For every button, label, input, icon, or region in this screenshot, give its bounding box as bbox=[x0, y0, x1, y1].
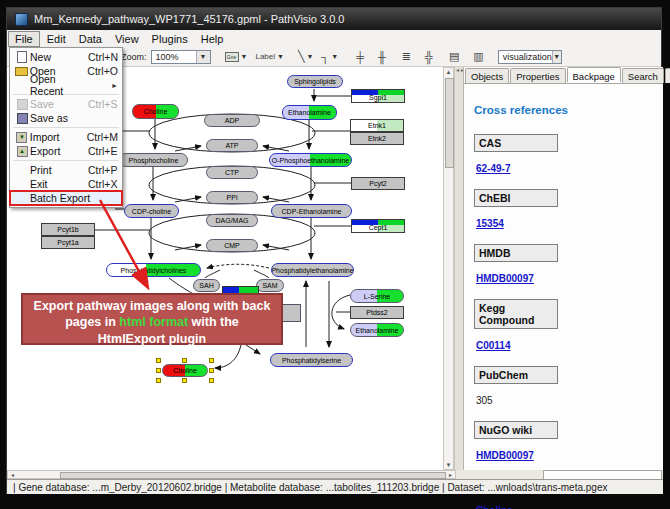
file-menu-new[interactable]: New Ctrl+N bbox=[10, 50, 122, 64]
selection-handle[interactable] bbox=[209, 358, 214, 363]
node-sah[interactable]: SAH bbox=[193, 279, 220, 292]
node-sam[interactable]: SAM bbox=[256, 279, 284, 292]
selection-handle[interactable] bbox=[156, 358, 161, 363]
node-cept1[interactable]: Cept1 bbox=[351, 219, 405, 233]
tab-search[interactable]: Search bbox=[622, 68, 664, 83]
menu-help[interactable]: Help bbox=[195, 32, 230, 46]
visualization-combobox[interactable]: visualization ▼ bbox=[498, 50, 562, 64]
scroll-left-icon[interactable]: ◄ bbox=[10, 472, 15, 478]
chevron-down-icon[interactable]: ▼ bbox=[552, 51, 561, 63]
align-middle-button[interactable]: ╫ bbox=[376, 50, 388, 64]
node-choline-top[interactable]: Choline bbox=[132, 104, 179, 119]
chevron-down-icon[interactable]: ▼ bbox=[277, 53, 284, 60]
node-ppi[interactable]: PPi bbox=[206, 191, 258, 204]
selection-handle[interactable] bbox=[209, 378, 214, 383]
add-datanode-button[interactable]: Gne ▼ bbox=[223, 51, 250, 63]
distribute-horizontal-button[interactable]: ≣ bbox=[400, 49, 413, 64]
save-as-icon bbox=[14, 113, 30, 124]
selection-handle[interactable] bbox=[182, 358, 187, 363]
line-tool-button[interactable]: ╲ ▼ bbox=[296, 49, 316, 64]
annotation-line2-pre: pages in bbox=[65, 315, 119, 329]
cas-link[interactable]: 62-49-7 bbox=[476, 163, 510, 174]
file-menu-import[interactable]: ▼ Import Ctrl+M bbox=[10, 130, 122, 144]
node-pcyt2[interactable]: Pcyt2 bbox=[351, 177, 405, 190]
node-pcyt1b[interactable]: Pcyt1b bbox=[41, 223, 95, 236]
connector-tool-button[interactable]: ┐ ▼ bbox=[320, 50, 341, 64]
tab-legend[interactable]: Legend bbox=[665, 68, 670, 83]
node-phosphatidylcholines[interactable]: Phosphatidylcholines bbox=[106, 263, 201, 277]
node-ctp[interactable]: CTP bbox=[206, 166, 258, 179]
wikipedia-link[interactable]: Choline bbox=[476, 505, 513, 509]
align-center-button[interactable]: ╪ bbox=[354, 50, 366, 64]
node-choline-bottom[interactable]: Choline bbox=[162, 364, 208, 377]
scroll-up-icon[interactable]: ▲ bbox=[444, 69, 453, 75]
node-etnk1[interactable]: Etnk1 bbox=[350, 119, 404, 132]
node-ethanolamine-bottom[interactable]: Ethanolamine bbox=[350, 323, 404, 337]
app-icon bbox=[15, 13, 28, 26]
node-pisd-box[interactable] bbox=[281, 304, 301, 322]
chevron-down-icon[interactable]: ▼ bbox=[331, 53, 338, 60]
node-phosphocholine[interactable]: Phosphocholine bbox=[119, 153, 188, 167]
file-menu-exit[interactable]: Exit Ctrl+X bbox=[10, 177, 122, 191]
selection-handle[interactable] bbox=[182, 378, 187, 383]
canvas-horizontal-scrollbar[interactable]: ◄ ► bbox=[7, 470, 456, 479]
selection-handle[interactable] bbox=[156, 368, 161, 373]
node-sgpl1[interactable]: Sgpl1 bbox=[351, 89, 405, 103]
scrollbar-thumb[interactable] bbox=[445, 78, 454, 168]
canvas-vertical-scrollbar[interactable]: ▲ ▼ bbox=[443, 67, 454, 470]
node-phosphatidylserine[interactable]: Phosphatidylserine bbox=[270, 353, 353, 367]
menu-data[interactable]: Data bbox=[73, 32, 108, 46]
scroll-down-icon[interactable]: ▼ bbox=[444, 462, 453, 468]
tab-properties[interactable]: Properties bbox=[510, 68, 565, 83]
selection-handle[interactable] bbox=[209, 368, 214, 373]
backpage-section-cas: CAS 62-49-7 bbox=[474, 134, 653, 176]
file-menu-print[interactable]: Print Ctrl+P bbox=[10, 163, 122, 177]
node-etnk2[interactable]: Etnk2 bbox=[350, 132, 404, 145]
node-dag-mag[interactable]: DAG/MAG bbox=[206, 214, 258, 227]
chevron-down-icon[interactable]: ▼ bbox=[241, 53, 248, 60]
distribute-vertical-button[interactable]: ╬ bbox=[423, 50, 435, 64]
tab-backpage[interactable]: Backpage bbox=[567, 67, 621, 82]
node-sphingolipids[interactable]: Sphingolipids bbox=[287, 75, 343, 88]
node-phosphatidylethanolamine[interactable]: Phosphatidylethanolamine bbox=[271, 263, 354, 277]
side-panel: Objects Properties Backpage Search Legen… bbox=[463, 67, 663, 470]
node-ethanolamine-top[interactable]: Ethanolamine bbox=[282, 105, 337, 120]
add-label-button[interactable]: Label ▼ bbox=[253, 51, 286, 62]
tab-objects[interactable]: Objects bbox=[465, 68, 509, 83]
file-menu-save[interactable]: Save Ctrl+S bbox=[10, 97, 122, 111]
node-cdp-choline[interactable]: CDP-choline bbox=[124, 204, 179, 218]
file-menu-save-as[interactable]: Save as bbox=[10, 111, 122, 125]
kegg-link[interactable]: C00114 bbox=[476, 340, 510, 351]
scroll-right-icon[interactable]: ► bbox=[448, 472, 453, 478]
node-cdp-ethanolamine[interactable]: CDP-Ethanolamine bbox=[271, 204, 352, 218]
scrollbar-thumb[interactable] bbox=[60, 472, 446, 479]
pubchem-value: 305 bbox=[476, 395, 493, 406]
menu-edit[interactable]: Edit bbox=[41, 32, 72, 46]
section-title: NuGO wiki bbox=[474, 421, 558, 439]
selection-handle[interactable] bbox=[156, 378, 161, 383]
node-adp[interactable]: ADP bbox=[204, 114, 260, 127]
node-cmp[interactable]: CMP bbox=[206, 239, 258, 252]
chevron-down-icon[interactable]: ▼ bbox=[307, 53, 314, 60]
annotation-line1: Export pathway images along with back bbox=[34, 299, 271, 313]
node-o-phosphoethanolamine[interactable]: O-Phosphoethanolamine bbox=[269, 153, 352, 167]
node-ptdss2[interactable]: Ptdss2 bbox=[350, 306, 404, 319]
node-pcyt1a[interactable]: Pcyt1a bbox=[41, 236, 95, 249]
file-menu-batch-export[interactable]: Batch Export bbox=[10, 191, 122, 205]
file-menu-open-recent[interactable]: Open Recent ► bbox=[10, 78, 122, 92]
nugo-link[interactable]: HMDB00097 bbox=[476, 450, 534, 461]
menu-file[interactable]: File bbox=[8, 31, 40, 47]
chebi-link[interactable]: 15354 bbox=[476, 218, 504, 229]
chevron-down-icon[interactable]: ▼ bbox=[196, 51, 210, 63]
menu-view[interactable]: View bbox=[109, 32, 145, 46]
common-width-button[interactable]: ▤ bbox=[447, 49, 461, 64]
node-l-serine[interactable]: L-Serine bbox=[350, 289, 404, 303]
file-menu-export[interactable]: ▲ Export Ctrl+E bbox=[10, 144, 122, 158]
file-menu: New Ctrl+N Open Ctrl+O Open Recent ► Sav… bbox=[9, 47, 123, 208]
zoom-combobox[interactable]: 100% ▼ bbox=[151, 50, 211, 64]
menu-plugins[interactable]: Plugins bbox=[146, 32, 194, 46]
menu-item-shortcut: Ctrl+E bbox=[88, 145, 117, 157]
node-atp[interactable]: ATP bbox=[206, 139, 258, 152]
common-height-button[interactable]: ▥ bbox=[471, 49, 485, 64]
hmdb-link[interactable]: HMDB00097 bbox=[476, 273, 534, 284]
